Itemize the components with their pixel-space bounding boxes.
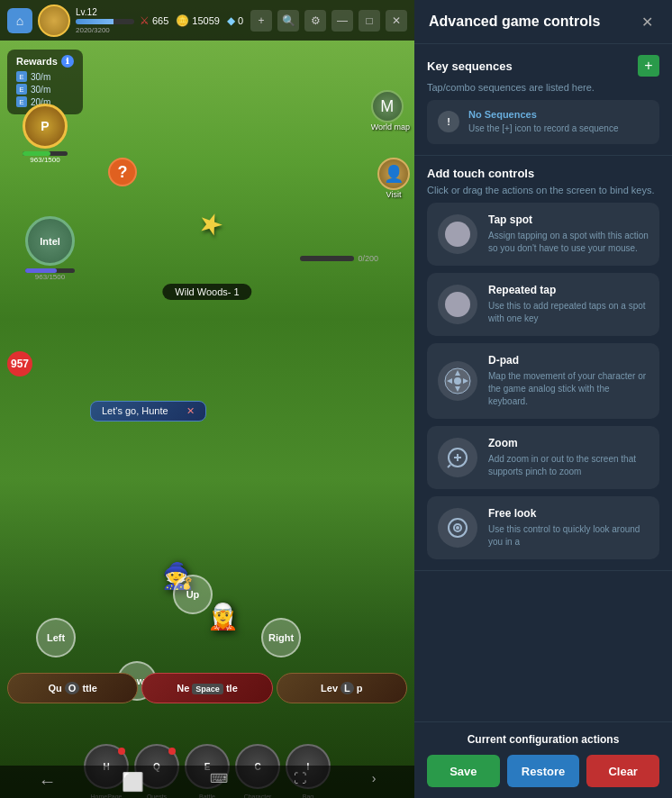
close-icon: ✕ <box>641 14 653 31</box>
tap-spot-info: Tap spot Assign tapping on a spot with t… <box>488 213 649 255</box>
svg-point-1 <box>454 377 461 385</box>
back-nav-icon[interactable]: ← <box>38 771 56 793</box>
space-button[interactable]: Ne Space tle <box>141 673 272 703</box>
dialog-close[interactable]: ✕ <box>186 405 195 417</box>
zoom-card[interactable]: Zoom Add zoom in or out to the screen th… <box>427 426 659 489</box>
search-icon[interactable]: 🔍 <box>277 10 299 32</box>
zoom-info: Zoom Add zoom in or out to the screen th… <box>488 437 649 478</box>
dpad-icon-wrap <box>438 361 477 401</box>
level-button[interactable]: Lev L p <box>277 673 407 703</box>
fullscreen-icon[interactable]: ⛶ <box>294 771 306 793</box>
tap-spot-icon <box>445 222 470 247</box>
free-look-desc: Use this control to quickly look around … <box>488 523 649 549</box>
dialog-text: Let's go, Hunte <box>102 405 168 416</box>
free-look-icon-wrap <box>438 508 477 548</box>
tap-spot-icon-wrap <box>438 214 477 254</box>
level-btn-label: Lev L p <box>321 683 363 694</box>
reward-exp: 30/m <box>31 72 50 82</box>
top-bar: ⌂ Lv.12 2020/3200 ⚔ 665 🪙 15059 ◆ 0 + <box>0 0 414 41</box>
diamond-icon: ◆ <box>227 14 235 27</box>
skill-dot-h <box>118 748 125 755</box>
player-hp-text: 963/1500 <box>23 156 68 164</box>
home-nav-icon[interactable]: ⬜ <box>122 771 144 793</box>
zoom-title: Zoom <box>488 437 649 449</box>
map-icon: M <box>371 90 404 122</box>
exp-bar <box>76 19 134 24</box>
dpad-left-button[interactable]: Left <box>36 618 76 657</box>
config-title: Current configuration actions <box>427 733 659 746</box>
target-hp-bar <box>300 256 354 261</box>
panel-content[interactable]: Key sequences + Tap/combo sequences are … <box>414 44 672 721</box>
quest-circle: ? <box>108 158 137 186</box>
space-btn-label: Ne Space tle <box>177 683 238 694</box>
keyboard-icon[interactable]: ⌨ <box>210 771 228 793</box>
clear-button[interactable]: Clear <box>586 755 659 787</box>
visit-icon: 👤 <box>377 158 410 190</box>
free-look-info: Free look Use this control to quickly lo… <box>488 507 649 549</box>
quest-marker[interactable]: ? <box>108 158 137 186</box>
visit-button[interactable]: 👤 Visit <box>377 158 410 199</box>
sword-icon: ⚔ <box>140 14 150 27</box>
coin-resource: 🪙 15059 <box>176 14 220 27</box>
maximize-icon[interactable]: □ <box>359 10 380 32</box>
dpad-up-button[interactable]: Up <box>173 575 213 614</box>
diamond-resource: ◆ 0 <box>227 14 243 27</box>
panel-close-button[interactable]: ✕ <box>636 11 658 32</box>
home-icon[interactable]: ⌂ <box>7 8 32 33</box>
repeated-tap-card[interactable]: Repeated tap Use this to add repeated ta… <box>427 273 659 336</box>
repeated-tap-icon-wrap <box>438 285 477 324</box>
map-symbol: M <box>380 97 394 116</box>
exp-bar-area: Lv.12 2020/3200 <box>76 7 134 34</box>
top-controls: 🔍 ⚙ — □ ✕ <box>277 10 407 32</box>
dpad-info: D-pad Map the movement of your character… <box>488 354 649 408</box>
free-look-title: Free look <box>488 507 649 520</box>
character-sprite-2: 🧝 <box>207 602 239 631</box>
player-badge: P 963/1500 <box>23 104 68 164</box>
key-sequences-section: Key sequences + Tap/combo sequences are … <box>414 44 672 156</box>
intel-bar-area: 963/1500 <box>25 268 75 281</box>
exp2-icon: E <box>16 84 27 95</box>
save-button[interactable]: Save <box>427 755 500 787</box>
world-map-button[interactable]: M World map <box>371 90 410 131</box>
game-area: ⌂ Lv.12 2020/3200 ⚔ 665 🪙 15059 ◆ 0 + <box>0 0 414 798</box>
no-sequences-desc: Use the [+] icon to record a sequence <box>468 122 649 135</box>
repeated-tap-icon <box>445 292 470 317</box>
quest-button[interactable]: Qu O ttle <box>7 673 138 703</box>
coin-icon: 🪙 <box>176 14 189 27</box>
key-sequences-title: Key sequences <box>427 59 513 73</box>
player-number: 957 <box>7 351 32 376</box>
restore-button[interactable]: Restore <box>507 755 580 787</box>
svg-line-9 <box>448 465 450 467</box>
close-window-icon[interactable]: ✕ <box>386 10 407 32</box>
reward-row-2: E 30/m <box>16 84 74 95</box>
key-sequences-header: Key sequences + <box>427 55 659 77</box>
add-sequence-button[interactable]: + <box>638 55 659 77</box>
player-circle: P <box>23 104 68 149</box>
zoom-desc: Add zoom in or out to the screen that su… <box>488 453 649 478</box>
panel-title: Advanced game controls <box>429 14 600 30</box>
repeated-tap-desc: Use this to add repeated taps on a spot … <box>488 300 649 325</box>
next-icon[interactable]: › <box>372 771 377 793</box>
add-resource-button[interactable]: + <box>250 10 272 32</box>
exp-value: 2020/3200 <box>76 26 134 34</box>
skill-dot-q <box>168 748 176 755</box>
diamond-count: 0 <box>238 15 243 26</box>
tap-spot-desc: Assign tapping on a spot with this actio… <box>488 230 649 255</box>
no-sequences-text: No Sequences Use the [+] icon to record … <box>468 109 649 135</box>
exp-fill <box>76 19 114 24</box>
intel-circle: Intel <box>25 216 75 266</box>
rewards-title: Rewards ℹ <box>16 55 74 68</box>
sword-count: 665 <box>152 15 168 26</box>
action-buttons: Save Restore Clear <box>427 755 659 787</box>
minimize-icon[interactable]: — <box>331 10 353 32</box>
dpad-card[interactable]: D-pad Map the movement of your character… <box>427 343 659 419</box>
settings-icon[interactable]: ⚙ <box>304 10 326 32</box>
free-look-card[interactable]: Free look Use this control to quickly lo… <box>427 496 659 559</box>
add-touch-subtitle: Click or drag the actions on the screen … <box>427 185 659 195</box>
tap-spot-card[interactable]: Tap spot Assign tapping on a spot with t… <box>427 203 659 266</box>
dpad-desc: Map the movement of your character or th… <box>488 370 649 408</box>
reward-exp2: 30/m <box>31 85 50 95</box>
sword-resource: ⚔ 665 <box>140 14 168 27</box>
reward-row-1: E 30/m <box>16 71 74 82</box>
dpad-right-button[interactable]: Right <box>261 618 301 657</box>
